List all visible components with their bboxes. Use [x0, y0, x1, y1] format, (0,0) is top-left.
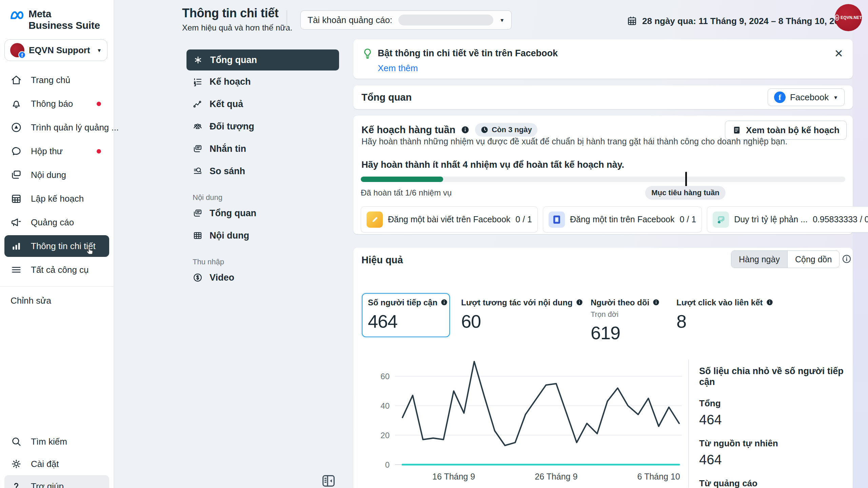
insights-nav-benchmarking[interactable]: So sánh	[186, 160, 339, 182]
sidebar-item-planner[interactable]: Lập kế hoạch	[4, 187, 109, 210]
breakdown-row-value: 464	[699, 452, 722, 467]
sidebar-item-label: Tất cả công cụ	[31, 265, 89, 275]
ad-account-dropdown[interactable]: Tài khoản quảng cáo: ▼	[300, 11, 512, 29]
svg-text:0: 0	[385, 460, 390, 469]
calendar-icon	[627, 16, 637, 26]
insights-nav-overview[interactable]: Tổng quan	[186, 49, 339, 70]
eqvn-logo-icon: e	[835, 15, 839, 21]
calendar-grid-icon	[11, 193, 22, 204]
metric-engagement[interactable]: Lượt tương tác với nội dung 60	[461, 298, 583, 332]
insights-nav-section-content: Nội dung	[186, 191, 339, 202]
insights-nav-plan[interactable]: Kế hoạch	[186, 70, 339, 93]
breakdown-row-value: 464	[699, 412, 722, 427]
metric-followers[interactable]: Người theo dõi Trọn đời 619	[591, 298, 660, 343]
info-icon[interactable]	[766, 299, 773, 306]
weekly-plan-description: Hãy hoàn thành những nhiệm vụ được đề xu…	[361, 137, 787, 146]
insights-nav-label: So sánh	[210, 166, 245, 177]
toggle-cumulative[interactable]: Cộng dồn	[788, 251, 839, 268]
close-icon[interactable]: ✕	[834, 48, 843, 59]
breakdown-row-label: Từ nguồn tự nhiên	[699, 438, 848, 449]
search-icon	[11, 436, 22, 447]
reach-breakdown: Số liệu chia nhỏ về số người tiếp cận Tổ…	[699, 366, 848, 488]
sidebar-item-home[interactable]: Trang chủ	[4, 68, 109, 92]
sidebar-item-notifications[interactable]: Thông báo	[4, 92, 109, 116]
performance-mode-toggle: Hàng ngày Cộng dồn	[731, 250, 840, 268]
sidebar-item-label: Hộp thư	[31, 146, 63, 157]
notification-badge	[97, 149, 101, 154]
svg-text:6 Tháng 10: 6 Tháng 10	[637, 472, 680, 481]
info-icon[interactable]	[842, 254, 852, 264]
ads-manager-icon	[11, 122, 22, 133]
sidebar-item-ads-manager[interactable]: Trình quản lý quảng ...	[4, 116, 109, 139]
insights-nav-section-income: Thu nhập	[186, 256, 339, 266]
metric-value: 8	[676, 311, 773, 332]
numbered-list-icon	[193, 77, 203, 87]
business-switcher[interactable]: f EQVN Support ▼	[4, 39, 107, 61]
date-range-picker[interactable]: 28 ngày qua: 11 Tháng 9, 2024 – 8 Tháng …	[627, 14, 859, 28]
facebook-icon: f	[774, 92, 786, 103]
sidebar-item-label: Trình quản lý quảng ...	[31, 122, 119, 133]
info-icon[interactable]	[461, 125, 470, 134]
info-icon[interactable]	[440, 299, 448, 306]
home-icon	[11, 74, 22, 86]
metric-label: Lượt click vào liên kết	[676, 298, 763, 307]
sidebar-item-help[interactable]: Trợ giúp	[4, 475, 109, 488]
insights-nav-messaging[interactable]: Nhắn tin	[186, 138, 339, 160]
sidebar-item-all-tools[interactable]: Tất cả công cụ	[4, 258, 109, 282]
weekly-target-marker	[685, 172, 687, 187]
story-task-icon	[549, 211, 565, 228]
sidebar-item-ads[interactable]: Quảng cáo	[4, 210, 109, 234]
insights-nav-label: Tổng quan	[210, 208, 256, 219]
sidebar-edit-button[interactable]: Chỉnh sửa	[4, 290, 109, 311]
brand-line2: Business Suite	[28, 20, 100, 31]
insights-nav-results[interactable]: Kết quả	[186, 93, 339, 115]
svg-text:20: 20	[380, 431, 390, 440]
chat-bubble-icon	[11, 145, 22, 157]
people-icon	[193, 121, 203, 131]
channel-selector[interactable]: f Facebook ▼	[768, 88, 845, 106]
task-story-facebook[interactable]: Đăng một tin trên Facebook 0 / 1	[543, 206, 702, 232]
sidebar-item-content[interactable]: Nội dung	[4, 163, 109, 187]
banner-see-more-link[interactable]: Xem thêm	[378, 63, 418, 74]
task-response-rate[interactable]: Duy trì tỷ lệ phản ... 0.95833333 / 0.97	[707, 206, 868, 232]
banner-title: Bật thông tin chi tiết về tin trên Faceb…	[378, 48, 558, 59]
task-label: Đăng một bài viết trên Facebook	[388, 215, 510, 224]
insights-nav-content-overview[interactable]: Tổng quan	[186, 202, 339, 224]
content-cards-icon	[193, 208, 203, 218]
metric-value: 619	[591, 322, 660, 343]
sidebar-divider	[0, 286, 114, 287]
toggle-daily[interactable]: Hàng ngày	[731, 251, 788, 268]
sidebar-item-label: Trợ giúp	[31, 481, 64, 488]
sidebar-footer: Tìm kiếm Cài đặt Trợ giúp	[4, 430, 109, 488]
weekly-plan-goal: Hãy hoàn thành ít nhất 4 nhiệm vụ để hoà…	[361, 160, 624, 170]
svg-text:40: 40	[380, 401, 390, 410]
insights-nav-content[interactable]: Nội dung	[186, 224, 339, 247]
days-left-text: Còn 3 ngày	[492, 125, 532, 134]
meta-infinity-icon	[10, 8, 25, 31]
insights-nav-label: Tổng quan	[210, 55, 257, 65]
info-icon[interactable]	[576, 299, 583, 306]
insights-nav-video[interactable]: Video	[186, 266, 339, 289]
messages-icon	[193, 144, 203, 154]
sidebar-item-label: Thông báo	[31, 99, 73, 109]
sidebar-nav: Trang chủ Thông báo Trình quản lý quảng …	[0, 68, 114, 282]
task-post-facebook[interactable]: Đăng một bài viết trên Facebook 0 / 1	[361, 206, 538, 232]
sidebar-item-settings[interactable]: Cài đặt	[4, 453, 109, 475]
sidebar-item-inbox[interactable]: Hộp thư	[4, 139, 109, 163]
response-task-icon	[713, 211, 729, 228]
weekly-tasks: Đăng một bài viết trên Facebook 0 / 1 Đă…	[361, 206, 845, 232]
collapse-sidebar-button[interactable]	[321, 473, 336, 488]
metric-reach[interactable]: Số người tiếp cận 464	[362, 293, 450, 337]
profile-avatar[interactable]: e EQVN.NET	[835, 4, 862, 31]
reach-chart: 020406016 Tháng 926 Tháng 96 Tháng 10	[371, 349, 687, 484]
weekly-plan-section: Kế hoạch hàng tuần Còn 3 ngày Xem toàn b…	[353, 116, 853, 234]
avatar-text: EQVN.NET	[841, 15, 862, 20]
performance-section: Hiệu quả Hàng ngày Cộng dồn Số người tiế…	[353, 248, 853, 488]
metric-link-clicks[interactable]: Lượt click vào liên kết 8	[676, 298, 773, 332]
hamburger-icon	[11, 264, 22, 276]
sidebar-item-insights[interactable]: Thông tin chi tiết	[4, 235, 109, 257]
info-icon[interactable]	[652, 299, 660, 306]
sidebar-item-label: Cài đặt	[31, 459, 59, 469]
insights-nav-audience[interactable]: Đối tượng	[186, 115, 339, 138]
sidebar-item-search[interactable]: Tìm kiếm	[4, 430, 109, 453]
